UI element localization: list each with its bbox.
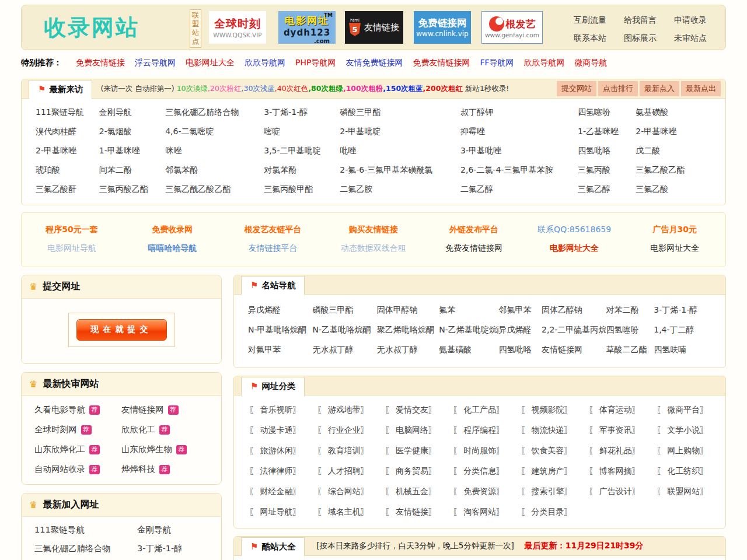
category-link[interactable]: 〖 网上购物〗 — [650, 446, 717, 456]
visitor-link[interactable]: 三氟丙酸甲酯 — [264, 184, 313, 194]
visitor-link[interactable]: 1-甲基咪唑 — [99, 146, 140, 155]
tab-latest-visitors[interactable]: ⚑ 最新来访 — [29, 80, 92, 99]
ad-link[interactable]: 免费友情链接网 — [445, 243, 502, 253]
visitor-link[interactable]: 叔丁醇钾 — [460, 107, 493, 117]
fastreview-link[interactable]: 久看电影导航 — [34, 404, 85, 415]
famous-link[interactable]: 磷酸三甲酯 — [312, 305, 353, 314]
visitor-link[interactable]: 2-氯烟酸 — [99, 127, 132, 136]
famous-link[interactable]: N-甲基吡咯烷酮 — [248, 325, 306, 334]
ad-link[interactable]: 免费收录网 — [152, 225, 193, 234]
ad-link[interactable]: 外链发布平台 — [449, 225, 498, 234]
famous-link[interactable]: 异戊烯醛 — [248, 305, 281, 314]
famous-link[interactable]: 对苯二酚 — [606, 305, 638, 314]
visitor-tab-button[interactable]: 点击排行 — [598, 81, 638, 96]
visitor-link[interactable]: 2-甲基吡啶 — [340, 127, 381, 136]
category-link[interactable]: 〖 化工纺织〗 — [650, 466, 717, 477]
visitor-link[interactable]: 氨基磺酸 — [636, 107, 668, 117]
famous-link[interactable]: 四氢吡咯 — [498, 345, 531, 354]
submit-now-button[interactable]: 现在就提交 — [76, 319, 167, 341]
visitor-link[interactable]: 二氟乙醇 — [460, 184, 493, 194]
famous-link[interactable]: 氟苯 — [439, 305, 455, 314]
category-link[interactable]: 〖 军事资讯〗 — [581, 425, 649, 436]
banner-genfayi[interactable]: 根发艺 www.genfayi.com — [481, 11, 543, 44]
visitor-link[interactable]: 溴代肉桂醛 — [36, 127, 76, 136]
banner-qqsk[interactable]: 全球时刻 WWW.QQSK.VIP — [209, 11, 266, 44]
famous-link[interactable]: 1,4-丁二醇 — [654, 325, 694, 334]
fastreview-link[interactable]: 山东欣烨化工 — [34, 444, 85, 455]
category-link[interactable]: 〖 免费资源〗 — [446, 487, 514, 497]
ad-link[interactable]: 购买友情链接 — [349, 225, 398, 234]
visitor-link[interactable]: 间苯二酚 — [99, 165, 132, 174]
fastreview-link[interactable]: 全球时刻网 — [34, 424, 77, 435]
ad-link[interactable]: 联系QQ:85618659 — [537, 225, 611, 234]
recommend-link[interactable]: 浮云导航网 — [135, 58, 176, 68]
visitor-link[interactable]: 4,6-二氯嘧啶 — [165, 127, 214, 136]
category-link[interactable]: 〖 音乐视听〗 — [242, 405, 310, 415]
category-link[interactable]: 〖 建筑房产〗 — [514, 466, 581, 477]
visitor-link[interactable]: 金刚导航 — [99, 107, 132, 117]
visitor-tab-button[interactable]: 最新点出 — [681, 81, 721, 96]
category-link[interactable]: 〖 综合网站〗 — [310, 487, 378, 497]
famous-link[interactable]: 友情链接网 — [542, 345, 582, 354]
fastreview-link[interactable]: 山东欣烨生物 — [121, 444, 172, 455]
famous-link[interactable]: 2,2-二甲硫基丙烷 — [542, 325, 606, 334]
category-link[interactable]: 〖 机械五金〗 — [378, 487, 446, 497]
newsite-link[interactable]: 3-丁烯-1-醇 — [137, 543, 208, 554]
recommend-link[interactable]: 友情免费链接网 — [345, 58, 403, 68]
visitor-link[interactable]: 四氢噻吩 — [578, 107, 610, 117]
famous-link[interactable]: 固体甲醇钠 — [377, 305, 418, 314]
famous-link[interactable]: 氨基磺酸 — [439, 345, 472, 354]
visitor-link[interactable]: 3-丁烯-1-醇 — [264, 107, 308, 117]
category-link[interactable]: 〖 联盟网站〗 — [650, 487, 717, 497]
banner-dydh123[interactable]: TM 电影网址 dydh123 .com — [278, 11, 336, 44]
tab-cool-sites[interactable]: ⚑ 酷站大全 — [241, 537, 305, 556]
fastreview-link[interactable]: 友情链接网 — [121, 404, 164, 415]
visitor-link[interactable]: 二氟乙胺 — [340, 184, 372, 194]
union-sites-box[interactable]: 联盟站点 — [190, 9, 201, 48]
category-link[interactable]: 〖 教育培训〗 — [310, 446, 378, 456]
category-link[interactable]: 〖 物流快递〗 — [514, 425, 581, 436]
famous-link[interactable]: 草酸二乙酯 — [606, 345, 647, 354]
nav-link[interactable]: 互刷流量 — [574, 15, 606, 26]
famous-link[interactable]: 四氢噻吩 — [606, 325, 638, 334]
famous-link[interactable]: N-乙烯基吡啶烷酮 — [439, 325, 498, 334]
ad-link[interactable]: 嘻嘻哈哈导航 — [148, 243, 197, 253]
visitor-link[interactable]: 三氟化硼乙腈络合物 — [165, 107, 239, 117]
category-link[interactable]: 〖 行业企业〗 — [310, 425, 378, 436]
newsite-link[interactable]: 三氟化硼乙腈络合物 — [34, 543, 137, 554]
visitor-link[interactable]: 3,5-二甲基吡啶 — [264, 146, 320, 155]
newsite-link[interactable]: 金刚导航 — [137, 524, 208, 536]
visitor-link[interactable]: 三氟乙酸酐 — [36, 184, 76, 194]
visitor-link[interactable]: 三氟丙酸 — [578, 165, 610, 174]
category-link[interactable]: 〖 微商平台〗 — [650, 405, 717, 415]
visitor-link[interactable]: 三氟乙酸乙酯 — [636, 165, 685, 174]
category-link[interactable]: 〖 化工产品〗 — [446, 405, 514, 415]
ad-link[interactable]: 电影网址大全 — [650, 243, 699, 253]
visitor-link[interactable]: 咪唑 — [165, 146, 181, 155]
banner-friend-links[interactable]: html 5 友情链接 — [345, 11, 403, 44]
visitor-link[interactable]: 吡唑 — [340, 146, 356, 155]
visitor-link[interactable]: 2-甲基咪唑 — [636, 127, 676, 136]
banner-cnlink[interactable]: 免费链接网 www.cnlink.vip — [414, 11, 471, 44]
category-link[interactable]: 〖 人才招聘〗 — [310, 466, 378, 477]
category-link[interactable]: 〖 广告设计〗 — [581, 487, 649, 497]
tab-categories[interactable]: ⚑ 网址分类 — [241, 377, 305, 396]
famous-link[interactable]: 邻氟甲苯 — [498, 305, 531, 314]
visitor-link[interactable]: 2-氟-6-三氟甲基苯磺酰氯 — [340, 165, 432, 174]
visitor-link[interactable]: 磷酸三甲酯 — [340, 107, 381, 117]
nav-link[interactable]: 未审站点 — [674, 33, 707, 44]
category-link[interactable]: 〖 淘客网站〗 — [446, 507, 514, 517]
category-link[interactable]: 〖 财经金融〗 — [242, 487, 310, 497]
category-link[interactable]: 〖 饮食美容〗 — [514, 446, 581, 456]
category-link[interactable]: 〖 电脑网络〗 — [378, 425, 446, 436]
visitor-link[interactable]: 2,6-二氯-4-三氟甲基苯胺 — [460, 165, 553, 174]
category-link[interactable]: 〖 分类信息〗 — [446, 466, 514, 477]
nav-link[interactable]: 联系本站 — [574, 33, 606, 44]
category-link[interactable]: 〖 法律律师〗 — [242, 466, 310, 477]
recommend-link[interactable]: 欣欣导航网 — [524, 58, 565, 68]
visitor-link[interactable]: 三氟丙酸乙酯 — [99, 184, 148, 194]
fastreview-link[interactable]: 自动网站收录 — [34, 464, 85, 475]
ad-link[interactable]: 根发艺友链平台 — [245, 225, 302, 234]
category-link[interactable]: 〖 时尚服饰〗 — [446, 446, 514, 456]
famous-link[interactable]: 无水叔丁醇 — [377, 345, 418, 354]
